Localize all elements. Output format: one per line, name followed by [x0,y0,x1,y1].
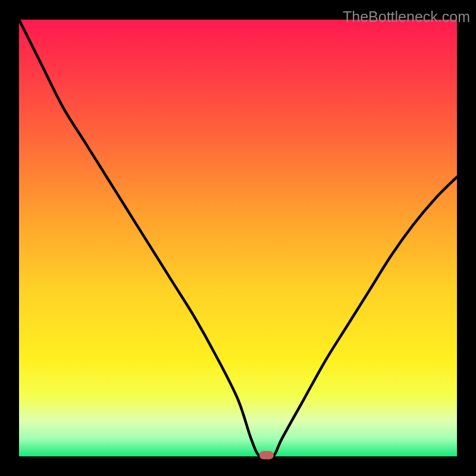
chart-frame: TheBottleneck.com [0,0,476,476]
optimum-marker [259,451,274,459]
bottleneck-curve [19,20,457,456]
watermark-text: TheBottleneck.com [343,8,470,26]
plot-area [19,20,457,456]
